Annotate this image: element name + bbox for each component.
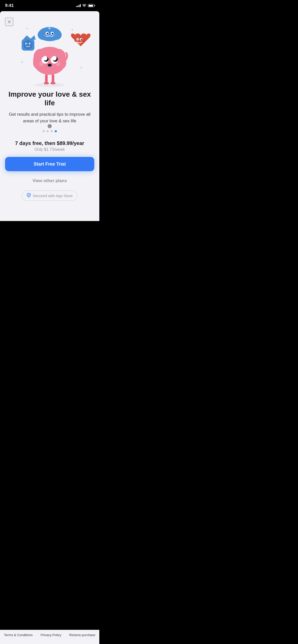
pricing-section: 7 days free, then $89.99/year Only $1.73… bbox=[0, 140, 99, 152]
svg-point-20 bbox=[81, 39, 82, 40]
view-plans-label: View other plans bbox=[33, 178, 67, 183]
svg-point-6 bbox=[26, 43, 27, 45]
secured-text: Secured with App Store bbox=[33, 194, 73, 198]
battery-icon bbox=[88, 4, 94, 7]
pagination-dots bbox=[0, 130, 99, 132]
svg-point-35 bbox=[39, 62, 44, 66]
dot-1 bbox=[43, 130, 45, 132]
svg-point-7 bbox=[30, 43, 31, 45]
close-icon: ✕ bbox=[7, 19, 11, 25]
svg-point-13 bbox=[47, 33, 48, 34]
wifi-icon bbox=[82, 4, 86, 8]
shield-icon bbox=[27, 193, 31, 198]
price-sub: Only $1.73/week bbox=[8, 147, 92, 152]
view-plans-section: View other plans bbox=[0, 175, 99, 186]
illustration-area: ✦ ✦ ✦ ✦ ✦ ✦ bbox=[0, 14, 99, 90]
text-section: Improve your love & sex life Get results… bbox=[0, 90, 99, 124]
svg-point-36 bbox=[56, 62, 60, 66]
dot-4-active bbox=[55, 130, 57, 132]
sparkle-icon-1: ✦ bbox=[25, 26, 29, 31]
start-trial-button[interactable]: Start Free Trial bbox=[5, 157, 94, 171]
svg-point-39 bbox=[44, 82, 49, 84]
view-plans-button[interactable]: View other plans bbox=[5, 175, 94, 186]
svg-point-34 bbox=[48, 64, 52, 67]
status-bar: 9:41 bbox=[0, 0, 99, 11]
svg-point-15 bbox=[44, 34, 47, 37]
price-main: 7 days free, then $89.99/year bbox=[8, 140, 92, 146]
sparkle-icon-3: ✦ bbox=[71, 28, 74, 32]
secured-badge: Secured with App Store bbox=[22, 191, 78, 201]
svg-point-22 bbox=[82, 39, 85, 42]
svg-point-40 bbox=[50, 82, 56, 84]
svg-marker-2 bbox=[23, 35, 36, 40]
dot-3 bbox=[51, 130, 53, 132]
sparkle-icon-5: ✦ bbox=[80, 66, 83, 70]
subtitle: Get results and practical tips to improv… bbox=[8, 111, 92, 124]
dot-floating-indicator bbox=[48, 124, 52, 128]
secured-section: Secured with App Store bbox=[0, 186, 99, 201]
svg-point-16 bbox=[53, 34, 55, 37]
svg-rect-37 bbox=[45, 74, 48, 83]
close-button[interactable]: ✕ bbox=[5, 18, 13, 26]
svg-point-3 bbox=[23, 40, 33, 49]
sparkle-icon-4: ✦ bbox=[76, 37, 80, 42]
start-trial-label: Start Free Trial bbox=[34, 162, 66, 167]
sheet-handle bbox=[0, 11, 99, 14]
svg-point-33 bbox=[52, 56, 57, 61]
cta-section: Start Free Trial bbox=[0, 157, 99, 171]
svg-point-10 bbox=[50, 30, 62, 40]
sparkle-icon-2: ✦ bbox=[47, 25, 52, 32]
status-time: 9:41 bbox=[5, 3, 14, 8]
signal-bars-icon bbox=[76, 4, 81, 7]
svg-point-14 bbox=[52, 33, 53, 34]
main-title: Improve your love & sex life bbox=[8, 90, 92, 107]
main-content: ✕ ✦ ✦ ✦ ✦ ✦ ✦ bbox=[0, 14, 99, 221]
svg-rect-38 bbox=[52, 74, 54, 83]
sparkle-icon-6: ✦ bbox=[20, 60, 24, 65]
svg-point-0 bbox=[34, 83, 65, 87]
svg-point-32 bbox=[43, 56, 47, 61]
dot-2 bbox=[47, 130, 49, 132]
status-icons bbox=[76, 4, 94, 8]
